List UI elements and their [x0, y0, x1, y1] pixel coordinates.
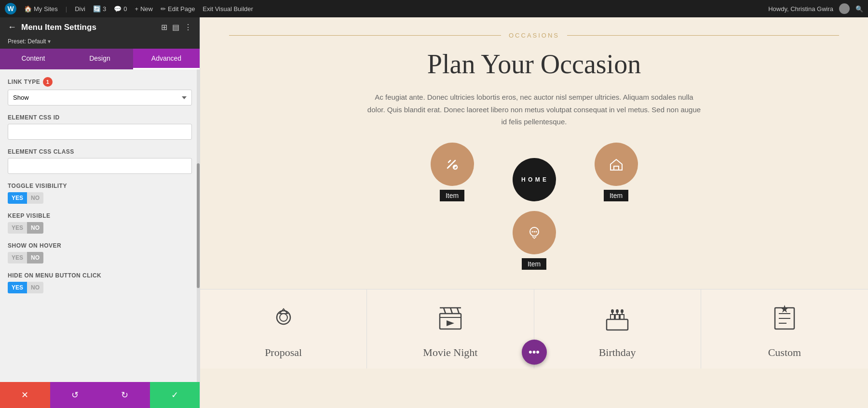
occasions-section: OCCASIONS Plan Your Occasion Ac feugiat … — [200, 17, 868, 289]
clapper-icon — [436, 304, 465, 333]
icons-row: Item H O M E — [229, 143, 839, 201]
preset-value[interactable]: Default — [27, 38, 46, 45]
fab-button[interactable]: ••• — [522, 340, 547, 365]
toggle-yes[interactable]: YES — [8, 252, 27, 263]
movie-night-label: Movie Night — [423, 346, 477, 359]
layout-icon[interactable]: ▤ — [172, 23, 179, 32]
my-sites-label: My Sites — [34, 5, 58, 13]
toggle-visibility-toggle[interactable]: YES NO — [8, 192, 43, 204]
more-icon[interactable]: ⋮ — [184, 23, 192, 32]
svg-rect-15 — [610, 315, 614, 319]
element-css-class-field: Element CSS Class — [8, 148, 192, 174]
search-icon[interactable]: 🔍 — [855, 5, 863, 13]
element-css-class-input[interactable] — [8, 158, 192, 174]
ring-icon — [269, 304, 298, 333]
home-text-icon-circle[interactable]: H O M E — [513, 158, 556, 201]
svg-marker-28 — [781, 305, 788, 313]
divi-label: Divi — [75, 5, 85, 13]
updates-icon: 🔄 — [93, 5, 101, 13]
hide-on-menu-button-click-field: Hide On Menu Button Click YES NO — [8, 272, 192, 293]
toggle-yes[interactable]: YES — [8, 282, 27, 293]
toggle-yes[interactable]: YES — [8, 222, 27, 234]
user-avatar[interactable] — [839, 3, 850, 14]
keep-visible-field: Keep Visible YES NO — [8, 212, 192, 234]
show-on-hover-row: YES NO — [8, 252, 192, 263]
tab-design[interactable]: Design — [67, 49, 133, 69]
chat-icon-circle[interactable] — [513, 211, 556, 254]
tab-advanced[interactable]: Advanced — [133, 49, 200, 69]
keep-visible-toggle[interactable]: YES NO — [8, 222, 43, 234]
panel-header: ← Menu Item Settings ⊞ ▤ ⋮ — [0, 17, 200, 37]
scrollbar-track[interactable] — [197, 69, 200, 382]
panel-preset: Preset: Default ▾ — [0, 37, 200, 49]
wp-my-sites[interactable]: 🏠 My Sites — [24, 5, 58, 13]
wp-comments[interactable]: 💬 0 — [114, 5, 127, 13]
link-type-field: Link Type 1 Show — [8, 77, 192, 105]
icon-item-home: Item — [595, 143, 638, 201]
svg-point-9 — [277, 311, 290, 324]
wp-edit-page[interactable]: ✏ Edit Page — [161, 5, 195, 13]
wp-logo-icon[interactable]: W — [5, 3, 16, 14]
confirm-button[interactable]: ✓ — [150, 382, 200, 408]
movie-night-icon — [436, 304, 465, 339]
grid-cell-custom[interactable]: Custom — [701, 290, 868, 369]
svg-rect-12 — [440, 314, 461, 329]
svg-rect-16 — [615, 315, 619, 319]
show-on-hover-toggle[interactable]: YES NO — [8, 252, 43, 263]
undo-button[interactable]: ↺ — [50, 382, 100, 408]
toggle-no[interactable]: NO — [27, 282, 43, 293]
my-sites-icon: 🏠 — [24, 5, 32, 13]
keep-visible-label: Keep Visible — [8, 212, 192, 219]
wp-divi[interactable]: Divi — [75, 5, 85, 13]
redo-button[interactable]: ↻ — [100, 382, 150, 408]
occasions-body: Ac feugiat ante. Donec ultricies loborti… — [366, 91, 703, 128]
element-css-id-input[interactable] — [8, 124, 192, 140]
home-icon-circle[interactable] — [595, 143, 638, 186]
toggle-no[interactable]: NO — [27, 222, 43, 234]
panel-title: Menu Item Settings — [21, 23, 156, 32]
link-type-label: Link Type 1 — [8, 77, 192, 87]
wp-new[interactable]: + New — [135, 5, 153, 13]
grid-cell-movie-night[interactable]: Movie Night — [367, 290, 534, 369]
svg-point-22 — [616, 309, 619, 313]
birthday-label: Birthday — [599, 346, 636, 359]
hide-on-menu-toggle[interactable]: YES NO — [8, 282, 43, 293]
chat-item-label: Item — [522, 258, 546, 270]
toggle-no[interactable]: NO — [27, 192, 43, 204]
wp-updates[interactable]: 🔄 3 — [93, 5, 106, 13]
home-text: H O M E — [521, 176, 547, 183]
svg-point-4 — [525, 223, 544, 242]
fab-icon: ••• — [529, 346, 540, 358]
grid-cell-birthday[interactable]: Birthday — [534, 290, 701, 369]
occasions-label: OCCASIONS — [229, 32, 839, 39]
link-type-select[interactable]: Show — [8, 90, 192, 105]
toggle-yes[interactable]: YES — [8, 192, 27, 204]
preset-label: Preset: — [8, 38, 26, 45]
svg-point-23 — [621, 309, 624, 313]
section-label-text: OCCASIONS — [509, 32, 559, 39]
hide-on-menu-label: Hide On Menu Button Click — [8, 272, 192, 279]
wp-bar-right: Howdy, Christina Gwira 🔍 — [768, 3, 863, 14]
svg-point-8 — [535, 231, 537, 232]
comments-count: 0 — [123, 5, 127, 13]
edit-page-label: Edit Page — [168, 5, 195, 13]
settings-panel: ← Menu Item Settings ⊞ ▤ ⋮ Preset: Defau… — [0, 17, 200, 408]
capture-icon[interactable]: ⊞ — [161, 23, 167, 32]
cancel-button[interactable]: ✕ — [0, 382, 50, 408]
separator: | — [66, 5, 67, 13]
panel-body: Link Type 1 Show Element CSS ID Element … — [0, 69, 200, 382]
toggle-no[interactable]: NO — [27, 252, 43, 263]
svg-point-2 — [607, 155, 626, 174]
back-button[interactable]: ← — [8, 22, 16, 32]
exit-builder-label: Exit Visual Builder — [203, 5, 253, 13]
scrollbar-thumb[interactable] — [197, 163, 200, 289]
link-type-badge: 1 — [43, 77, 53, 87]
panel-footer: ✕ ↺ ↻ ✓ — [0, 382, 200, 408]
proposal-icon — [269, 304, 298, 339]
tab-content[interactable]: Content — [0, 49, 67, 69]
icon-item-tools: Item — [431, 143, 474, 201]
tools-icon-circle[interactable] — [431, 143, 474, 186]
proposal-label: Proposal — [265, 346, 302, 359]
grid-cell-proposal[interactable]: Proposal — [200, 290, 367, 369]
wp-exit-builder[interactable]: Exit Visual Builder — [203, 5, 253, 13]
